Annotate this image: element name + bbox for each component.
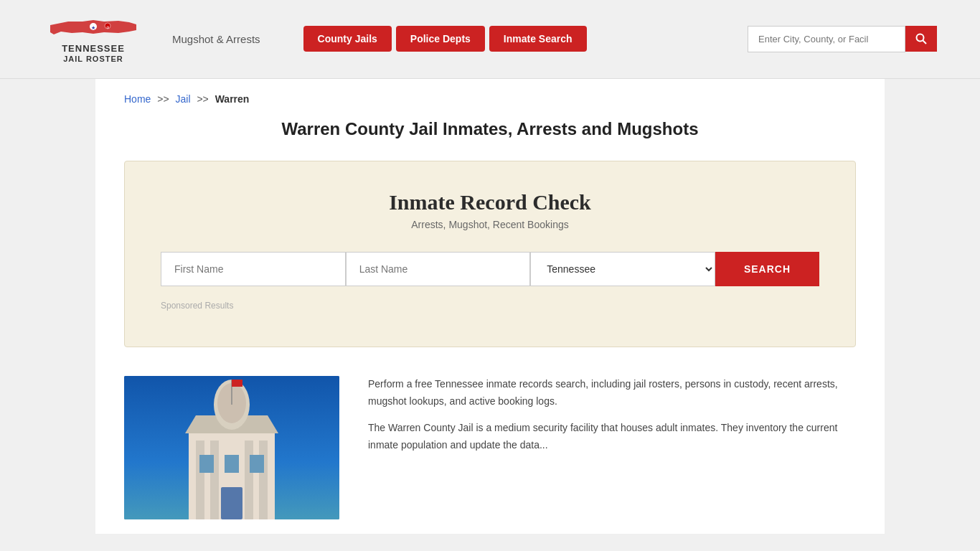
svg-rect-9 — [210, 441, 219, 519]
breadcrumb-current: Warren — [215, 93, 250, 105]
logo-text: TENNESSEE JAIL ROSTER — [62, 43, 125, 64]
record-check-subtitle: Arrests, Mugshot, Recent Bookings — [161, 219, 819, 230]
svg-rect-16 — [225, 455, 239, 473]
svg-rect-20 — [232, 380, 242, 387]
police-depts-button[interactable]: Police Depts — [396, 26, 485, 52]
header-search-input[interactable] — [748, 26, 905, 52]
site-logo[interactable]: ★ ⚙ TENNESSEE JAIL ROSTER — [43, 14, 143, 64]
breadcrumb-sep1: >> — [157, 93, 169, 105]
building-image — [124, 376, 339, 519]
breadcrumb-jail[interactable]: Jail — [176, 93, 191, 105]
content-text: Perform a free Tennessee inmate records … — [368, 376, 856, 464]
main-content: Home >> Jail >> Warren Warren County Jai… — [95, 79, 885, 534]
logo-state-icon: ★ ⚙ — [47, 14, 140, 43]
breadcrumb-sep2: >> — [197, 93, 208, 105]
building-illustration — [124, 376, 339, 519]
svg-point-4 — [917, 34, 924, 42]
page-title: Warren County Jail Inmates, Arrests and … — [124, 119, 856, 139]
mugshot-arrests-link[interactable]: Mugshot & Arrests — [172, 33, 260, 45]
svg-rect-17 — [250, 455, 264, 473]
header-search-area — [748, 26, 937, 52]
inmate-search-button[interactable]: Inmate Search — [489, 26, 587, 52]
svg-rect-18 — [221, 487, 242, 519]
svg-rect-8 — [196, 441, 204, 519]
county-jails-button[interactable]: County Jails — [303, 26, 392, 52]
header-search-button[interactable] — [905, 26, 937, 52]
search-icon — [915, 33, 927, 44]
state-select[interactable]: Tennessee Alabama Alaska Arizona Arkansa… — [530, 252, 715, 286]
svg-text:★: ★ — [91, 25, 95, 30]
content-section: Perform a free Tennessee inmate records … — [124, 376, 856, 519]
site-header: ★ ⚙ TENNESSEE JAIL ROSTER Mugshot & Arre… — [0, 0, 980, 79]
inmate-search-form: Tennessee Alabama Alaska Arizona Arkansa… — [161, 252, 819, 286]
svg-line-5 — [923, 41, 927, 44]
svg-rect-11 — [259, 441, 268, 519]
last-name-input[interactable] — [346, 252, 531, 286]
record-check-section: Inmate Record Check Arrests, Mugshot, Re… — [124, 161, 856, 347]
svg-rect-15 — [199, 455, 214, 473]
search-button[interactable]: SEARCH — [715, 252, 819, 286]
first-name-input[interactable] — [161, 252, 346, 286]
record-check-title: Inmate Record Check — [161, 190, 819, 215]
nav-buttons: County Jails Police Depts Inmate Search — [303, 26, 587, 52]
svg-rect-10 — [245, 441, 253, 519]
content-paragraph-1: Perform a free Tennessee inmate records … — [368, 376, 856, 410]
sponsored-label: Sponsored Results — [161, 301, 819, 311]
breadcrumb: Home >> Jail >> Warren — [124, 93, 856, 105]
breadcrumb-home[interactable]: Home — [124, 93, 151, 105]
content-paragraph-2: The Warren County Jail is a medium secur… — [368, 420, 856, 454]
